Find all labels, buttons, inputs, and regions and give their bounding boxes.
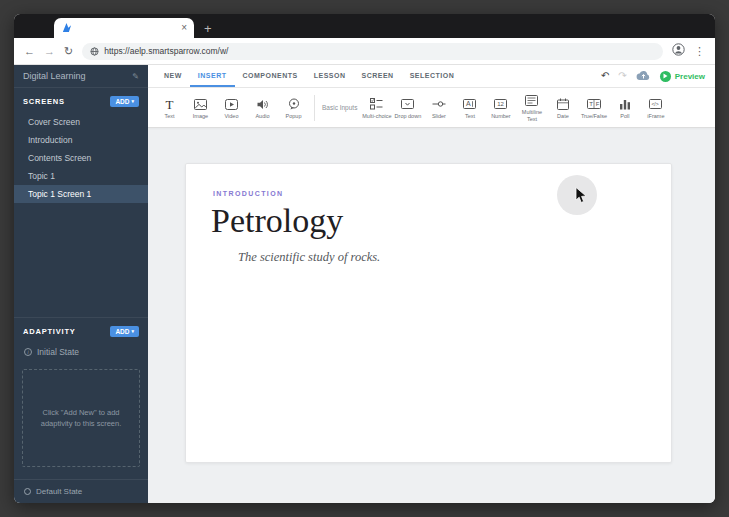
tab-insert[interactable]: INSERT xyxy=(190,65,235,87)
true-false-icon: TF xyxy=(587,98,601,111)
tool-label: Date xyxy=(557,113,569,120)
profile-icon[interactable] xyxy=(672,42,685,60)
forward-button[interactable]: → xyxy=(44,46,55,57)
tool-multi-choice[interactable]: Multi-choice xyxy=(361,96,392,120)
svg-text:F: F xyxy=(596,101,600,107)
tool-label: Multiline Text xyxy=(516,109,547,123)
mouse-cursor-icon xyxy=(575,187,588,208)
site-info-icon xyxy=(90,42,99,60)
sidebar-item-contents-screen[interactable]: Contents Screen xyxy=(14,149,148,167)
tool-true-false[interactable]: TF True/False xyxy=(578,96,609,120)
new-tab-button[interactable]: + xyxy=(204,22,212,35)
adaptivity-empty-hint: Click "Add New" to add adaptivity to thi… xyxy=(35,407,127,430)
add-adaptivity-button[interactable]: ADD ▾ xyxy=(110,326,139,337)
edit-pencil-icon[interactable]: ✎ xyxy=(132,72,139,81)
lesson-header: Digital Learning ✎ xyxy=(14,65,148,88)
tool-popup[interactable]: Popup xyxy=(278,96,309,120)
app-body: Digital Learning ✎ SCREENS ADD ▾ Cover S… xyxy=(14,65,715,503)
refresh-button[interactable]: ↻ xyxy=(64,46,73,57)
chevron-down-icon: ▾ xyxy=(131,99,134,104)
sidebar-item-cover-screen[interactable]: Cover Screen xyxy=(14,113,148,131)
tool-label: Audio xyxy=(255,113,269,120)
tool-iframe[interactable]: </> iFrame xyxy=(640,96,671,120)
tool-label: iFrame xyxy=(647,113,664,120)
video-icon xyxy=(225,98,238,111)
url-text: https://aelp.smartsparrow.com/w/ xyxy=(104,46,228,56)
browser-menu-icon[interactable]: ⋮ xyxy=(694,45,705,58)
tool-label: Video xyxy=(225,113,239,120)
tab-lesson[interactable]: LESSON xyxy=(306,65,354,87)
browser-tab[interactable]: × xyxy=(54,18,194,38)
tool-text[interactable]: T Text xyxy=(154,96,185,120)
tool-date[interactable]: Date xyxy=(547,96,578,120)
tool-drop-down[interactable]: Drop down xyxy=(392,96,423,120)
cloud-sync-icon[interactable] xyxy=(636,67,651,85)
chevron-down-icon: ▾ xyxy=(131,329,134,334)
initial-state-row[interactable]: i Initial State xyxy=(14,343,148,361)
sidebar-item-topic-1[interactable]: Topic 1 xyxy=(14,167,148,185)
date-icon xyxy=(557,98,569,111)
canvas-kicker: INTRODUCTION xyxy=(213,190,283,197)
preview-button[interactable]: Preview xyxy=(660,71,705,82)
default-state-bar[interactable]: Default State xyxy=(14,479,148,503)
browser-tab-strip: × + xyxy=(14,14,715,38)
smartsparrow-logo-icon xyxy=(61,19,72,37)
tool-audio[interactable]: Audio xyxy=(247,96,278,120)
tool-label: Drop down xyxy=(395,113,422,120)
image-icon xyxy=(194,98,207,111)
tool-image[interactable]: Image xyxy=(185,96,216,120)
tool-text-input[interactable]: A Text xyxy=(454,96,485,120)
multi-choice-icon xyxy=(370,98,383,111)
canvas-title: Petrology xyxy=(211,204,343,238)
toolbar-divider xyxy=(314,95,315,121)
tool-label: Popup xyxy=(286,113,302,120)
tool-multiline-text[interactable]: Multiline Text xyxy=(516,92,547,123)
redo-icon[interactable]: ↷ xyxy=(618,71,626,81)
tab-close-icon[interactable]: × xyxy=(181,23,187,33)
sidebar-item-topic-1-screen-1[interactable]: Topic 1 Screen 1 xyxy=(14,185,148,203)
screens-list: Cover Screen Introduction Contents Scree… xyxy=(14,113,148,203)
sidebar-item-introduction[interactable]: Introduction xyxy=(14,131,148,149)
tool-label: Number xyxy=(491,113,511,120)
tool-poll[interactable]: Poll xyxy=(609,96,640,120)
address-bar[interactable]: https://aelp.smartsparrow.com/w/ xyxy=(82,43,663,60)
tab-new[interactable]: NEW xyxy=(156,65,190,87)
tool-slider[interactable]: Slider xyxy=(423,96,454,120)
text-input-icon: A xyxy=(463,98,476,111)
tab-selection[interactable]: SELECTION xyxy=(402,65,463,87)
screen-canvas: INTRODUCTION Petrology The scientific st… xyxy=(148,128,715,503)
number-icon: 12 xyxy=(494,98,507,111)
multiline-text-icon xyxy=(525,94,538,107)
tool-video[interactable]: Video xyxy=(216,96,247,120)
adaptivity-empty-dropzone[interactable]: Click "Add New" to add adaptivity to thi… xyxy=(22,369,140,467)
basic-inputs-label: Basic Inputs xyxy=(322,104,357,111)
default-state-label: Default State xyxy=(36,487,82,496)
tab-components[interactable]: COMPONENTS xyxy=(235,65,306,87)
tool-label: True/False xyxy=(581,113,607,120)
browser-toolbar: ← → ↻ https://aelp.smartsparrow.com/w/ ⋮ xyxy=(14,38,715,65)
undo-icon[interactable]: ↶ xyxy=(601,71,609,81)
info-icon: i xyxy=(24,348,32,356)
tab-screen[interactable]: SCREEN xyxy=(353,65,401,87)
insert-toolbar: T Text Image Video xyxy=(148,88,715,128)
add-screen-label: ADD xyxy=(115,98,129,105)
tool-label: Text xyxy=(164,113,174,120)
add-screen-button[interactable]: ADD ▾ xyxy=(110,96,139,107)
initial-state-label: Initial State xyxy=(37,347,79,357)
main-area: NEW INSERT COMPONENTS LESSON SCREEN SELE… xyxy=(148,65,715,503)
iframe-icon: </> xyxy=(649,98,662,111)
svg-text:T: T xyxy=(589,101,593,107)
screens-section-header: SCREENS ADD ▾ xyxy=(14,88,148,113)
adaptivity-heading: ADAPTIVITY xyxy=(23,327,76,336)
back-button[interactable]: ← xyxy=(24,46,35,57)
canvas-subtitle: The scientific study of rocks. xyxy=(238,250,380,265)
svg-text:A: A xyxy=(466,100,471,107)
popup-icon xyxy=(288,98,300,111)
tool-number[interactable]: 12 Number xyxy=(485,96,516,120)
browser-window: × + ← → ↻ https://aelp.smartsparrow.com/… xyxy=(14,14,715,503)
adaptivity-section-header: ADAPTIVITY ADD ▾ xyxy=(14,317,148,343)
screens-heading: SCREENS xyxy=(23,97,65,106)
tool-label: Poll xyxy=(620,113,629,120)
screen-card[interactable]: INTRODUCTION Petrology The scientific st… xyxy=(185,163,672,463)
tool-label: Multi-choice xyxy=(362,113,391,120)
